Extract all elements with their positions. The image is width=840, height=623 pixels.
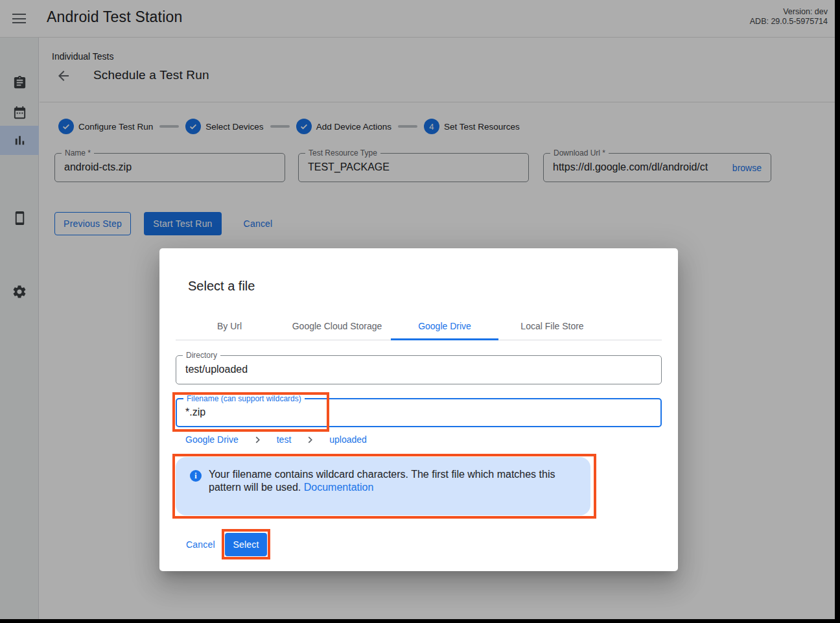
select-file-dialog: Select a file By Url Google Cloud Storag… xyxy=(159,248,678,571)
dialog-tabs: By Url Google Cloud Storage Google Drive… xyxy=(176,312,662,340)
chevron-right-icon xyxy=(307,436,314,443)
tab-local-file-store[interactable]: Local File Store xyxy=(498,312,606,340)
chevron-right-icon xyxy=(254,436,261,443)
tab-google-cloud-storage[interactable]: Google Cloud Storage xyxy=(283,312,391,340)
drive-breadcrumb-root[interactable]: Google Drive xyxy=(185,434,239,445)
directory-field[interactable]: Directory test/uploaded xyxy=(176,355,662,384)
drive-breadcrumb-test[interactable]: test xyxy=(277,434,292,445)
annotation-select xyxy=(222,529,270,559)
drive-breadcrumb: Google Drive test uploaded xyxy=(185,434,367,445)
active-tab-indicator xyxy=(391,338,498,340)
dialog-cancel-button[interactable]: Cancel xyxy=(186,533,215,556)
directory-label: Directory xyxy=(183,351,220,360)
screen: Android Test Station Version: dev ADB: 2… xyxy=(0,0,840,623)
app-window: Android Test Station Version: dev ADB: 2… xyxy=(0,0,835,619)
drive-breadcrumb-uploaded[interactable]: uploaded xyxy=(329,434,367,445)
tab-google-drive[interactable]: Google Drive xyxy=(391,312,498,340)
dialog-title: Select a file xyxy=(188,279,255,294)
directory-value: test/uploaded xyxy=(185,364,248,375)
tab-by-url[interactable]: By Url xyxy=(176,312,283,340)
annotation-alert xyxy=(172,454,596,519)
annotation-filename xyxy=(172,392,329,432)
